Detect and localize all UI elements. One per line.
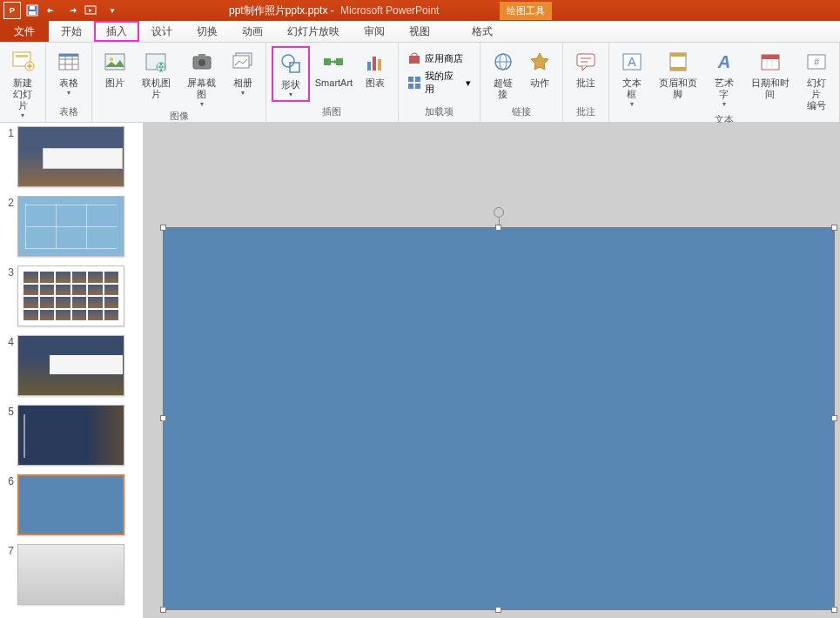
shapes-button[interactable]: 形状 ▾ [272, 46, 310, 102]
chevron-down-icon: ▾ [722, 100, 726, 108]
svg-rect-43 [670, 53, 686, 57]
slide-number: 6 [2, 474, 17, 535]
thumb-preview [17, 335, 124, 396]
tab-view[interactable]: 视图 [397, 21, 442, 42]
tab-transitions[interactable]: 切换 [185, 21, 230, 42]
textbox-button[interactable]: A 文本框 ▾ [615, 46, 649, 110]
smartart-button[interactable]: SmartArt [312, 46, 356, 91]
store-label: 应用商店 [425, 52, 463, 65]
thumb-preview [17, 265, 124, 326]
slide-thumb-5[interactable]: 5 [2, 405, 141, 466]
chevron-down-icon: ▾ [200, 100, 204, 108]
tab-review[interactable]: 审阅 [352, 21, 397, 42]
table-label: 表格 [59, 77, 78, 89]
resize-handle[interactable] [831, 225, 837, 231]
group-text: A 文本框 ▾ 页眉和页脚 A 艺术字 ▾ 日期和时间 # 幻灯片 编号 文 [609, 43, 840, 122]
comment-label: 批注 [576, 77, 595, 89]
comment-button[interactable]: 批注 [568, 46, 603, 91]
store-icon [407, 51, 421, 65]
action-label: 动作 [530, 77, 549, 89]
app-icon[interactable]: P [3, 2, 21, 19]
headerfooter-button[interactable]: 页眉和页脚 [651, 46, 705, 102]
quick-access-toolbar: P ▼ [0, 2, 124, 19]
slidenumber-button[interactable]: # 幻灯片 编号 [799, 46, 834, 113]
group-images: 图片 联机图片 屏幕截图 ▾ 相册 ▾ 图像 [92, 43, 266, 122]
start-slideshow-button[interactable] [84, 2, 101, 19]
resize-handle[interactable] [160, 415, 166, 421]
resize-handle[interactable] [495, 225, 501, 231]
drawing-tools-tab[interactable]: 绘图工具 [500, 2, 552, 20]
resize-handle[interactable] [831, 607, 837, 613]
new-slide-button[interactable]: 新建 幻灯片 ▾ [5, 46, 40, 121]
resize-handle[interactable] [160, 225, 166, 231]
slide-thumb-4[interactable]: 4 [2, 335, 141, 396]
slide-thumb-7[interactable]: 7 [2, 544, 141, 605]
group-links-label: 链接 [486, 105, 557, 121]
screenshot-button[interactable]: 屏幕截图 ▾ [180, 46, 224, 110]
textbox-label: 文本框 [618, 77, 646, 100]
wordart-button[interactable]: A 艺术字 ▾ [707, 46, 742, 110]
chart-button[interactable]: 图表 [358, 46, 393, 91]
group-addins-label: 加载项 [404, 105, 474, 121]
datetime-button[interactable]: 日期和时间 [743, 46, 797, 102]
svg-rect-31 [415, 77, 420, 82]
new-slide-icon [9, 48, 37, 76]
tab-file[interactable]: 文件 [0, 21, 49, 42]
headerfooter-label: 页眉和页脚 [655, 77, 702, 100]
group-illustrations: 形状 ▾ SmartArt 图表 插图 [266, 43, 399, 122]
group-comments: 批注 批注 [563, 43, 609, 122]
table-icon [55, 48, 83, 76]
thumb-preview [17, 196, 124, 257]
slide-panel[interactable]: 1 2 3 4 5 6 7 [0, 123, 144, 618]
svg-text:A: A [628, 55, 636, 69]
album-button[interactable]: 相册 ▾ [225, 46, 260, 98]
slide-thumb-3[interactable]: 3 [2, 265, 141, 326]
slide-number: 7 [2, 544, 17, 605]
hyperlink-button[interactable]: 超链接 [486, 46, 521, 102]
myapps-button[interactable]: 我的应用 ▾ [404, 68, 474, 97]
tab-home[interactable]: 开始 [49, 21, 94, 42]
selected-shape[interactable] [163, 227, 835, 610]
group-illustrations-label: 插图 [272, 105, 393, 121]
tab-insert[interactable]: 插入 [94, 21, 139, 42]
svg-rect-25 [336, 58, 343, 65]
tab-slideshow[interactable]: 幻灯片放映 [275, 21, 352, 42]
undo-button[interactable] [44, 2, 61, 19]
wordart-icon: A [710, 48, 738, 76]
comment-icon [572, 48, 600, 76]
rotate-handle[interactable] [494, 207, 504, 218]
svg-point-22 [282, 55, 294, 67]
qat-dropdown[interactable]: ▼ [104, 2, 121, 19]
tab-design[interactable]: 设计 [139, 21, 185, 42]
resize-handle[interactable] [831, 415, 837, 421]
slide-thumb-1[interactable]: 1 [2, 126, 141, 187]
chart-icon [361, 48, 389, 76]
chevron-down-icon: ▾ [630, 100, 634, 108]
tab-animations[interactable]: 动画 [230, 21, 275, 42]
slide-thumb-2[interactable]: 2 [2, 196, 141, 257]
slide-edit-area[interactable] [144, 123, 840, 618]
store-button[interactable]: 应用商店 [404, 50, 474, 67]
picture-button[interactable]: 图片 [97, 46, 132, 91]
action-button[interactable]: 动作 [522, 46, 557, 91]
redo-button[interactable] [64, 2, 81, 19]
ribbon: 新建 幻灯片 ▾ 幻灯片 表格 ▾ 表格 图片 联机图片 [0, 43, 840, 123]
online-picture-button[interactable]: 联机图片 [134, 46, 178, 102]
tab-format[interactable]: 格式 [460, 21, 505, 42]
svg-rect-29 [409, 56, 420, 64]
svg-point-14 [110, 57, 113, 61]
slide-number: 4 [2, 335, 17, 396]
svg-rect-28 [378, 59, 381, 71]
action-icon [526, 48, 554, 76]
slide-thumb-6[interactable]: 6 [2, 474, 141, 535]
chevron-down-icon: ▾ [289, 91, 292, 98]
save-button[interactable] [24, 2, 41, 19]
thumb-preview [17, 405, 124, 466]
table-button[interactable]: 表格 ▾ [51, 46, 86, 98]
shapes-icon [277, 50, 305, 77]
album-icon [229, 48, 257, 76]
resize-handle[interactable] [160, 607, 166, 613]
resize-handle[interactable] [495, 607, 501, 613]
group-links: 超链接 动作 链接 [480, 43, 563, 122]
myapps-icon [407, 76, 421, 90]
